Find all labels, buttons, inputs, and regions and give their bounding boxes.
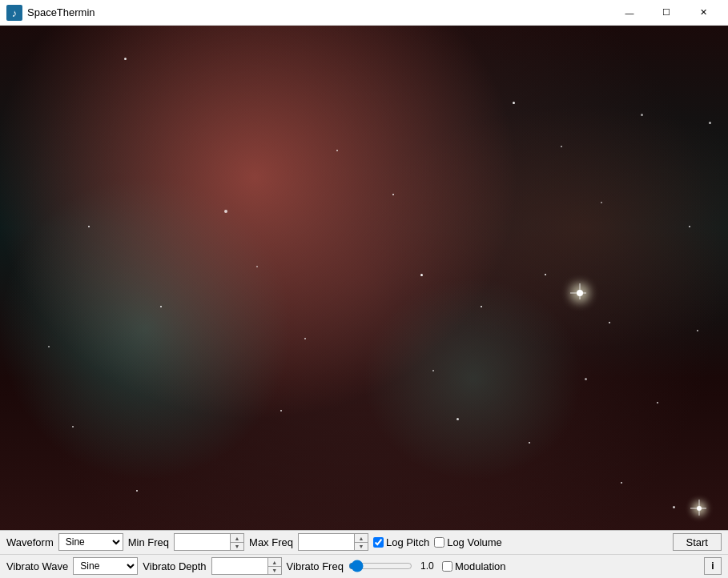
star [392, 194, 394, 195]
max-freq-spinner: 2000 ▲ ▼ [298, 533, 368, 551]
bright-star [577, 290, 583, 296]
max-freq-spinner-btns: ▲ ▼ [354, 533, 368, 551]
star [689, 226, 690, 227]
vibrato-depth-down[interactable]: ▼ [268, 566, 281, 575]
titlebar-left: ♪ SpaceThermin [6, 5, 95, 21]
nebula-background [0, 26, 728, 530]
star [601, 202, 602, 203]
titlebar: ♪ SpaceThermin — ☐ ✕ [0, 0, 728, 26]
info-button[interactable]: i [704, 557, 722, 575]
controls-row1: Waveform Sine Square Triangle Sawtooth M… [0, 531, 728, 555]
start-button[interactable]: Start [673, 533, 722, 551]
star [432, 370, 434, 371]
min-freq-down[interactable]: ▼ [231, 542, 243, 551]
star [280, 410, 282, 411]
titlebar-controls: — ☐ ✕ [611, 0, 722, 26]
log-volume-group: Log Volume [434, 536, 502, 548]
modulation-label[interactable]: Modulation [455, 560, 506, 572]
min-freq-spinner-btns: ▲ ▼ [230, 533, 244, 551]
vibrato-wave-label: Vibrato Wave [6, 560, 68, 572]
app-icon: ♪ [6, 5, 22, 21]
modulation-value: 1.0 [417, 560, 437, 572]
max-freq-input[interactable]: 2000 [298, 533, 354, 551]
bright-star [697, 506, 702, 511]
vibrato-wave-select[interactable]: Sine Square Triangle Sawtooth [73, 557, 138, 575]
star [420, 274, 423, 276]
waveform-select[interactable]: Sine Square Triangle Sawtooth [58, 533, 123, 551]
star [256, 266, 258, 267]
star [545, 274, 546, 275]
log-pitch-label[interactable]: Log Pitch [386, 536, 429, 548]
min-freq-spinner: 30 ▲ ▼ [174, 533, 244, 551]
vibrato-depth-up[interactable]: ▲ [268, 558, 281, 566]
min-freq-up[interactable]: ▲ [231, 534, 243, 542]
maximize-button[interactable]: ☐ [648, 0, 685, 26]
controls-area: Waveform Sine Square Triangle Sawtooth M… [0, 530, 728, 578]
star [513, 102, 515, 104]
star [88, 226, 90, 227]
controls-row2: Vibrato Wave Sine Square Triangle Sawtoo… [0, 555, 728, 578]
log-pitch-checkbox[interactable] [373, 537, 384, 548]
close-button[interactable]: ✕ [685, 0, 722, 26]
min-freq-input[interactable]: 30 [174, 533, 230, 551]
log-volume-checkbox[interactable] [434, 537, 444, 548]
log-volume-label[interactable]: Log Volume [447, 536, 502, 548]
star [224, 210, 227, 213]
vibrato-depth-input[interactable]: 0 [211, 557, 267, 575]
vibrato-depth-spinner-btns: ▲ ▼ [267, 557, 282, 575]
star [673, 506, 675, 508]
star [160, 306, 162, 307]
main-content[interactable] [0, 26, 728, 530]
vibrato-depth-label: Vibrato Depth [143, 560, 206, 572]
log-pitch-group: Log Pitch [373, 536, 429, 548]
svg-text:♪: ♪ [12, 7, 18, 19]
max-freq-down[interactable]: ▼ [355, 542, 368, 551]
star [697, 330, 698, 331]
vibrato-depth-spinner: 0 ▲ ▼ [211, 557, 282, 575]
star [621, 482, 622, 484]
titlebar-title: SpaceThermin [27, 6, 95, 18]
waveform-label: Waveform [6, 536, 54, 548]
star [481, 306, 482, 307]
max-freq-label: Max Freq [249, 536, 293, 548]
max-freq-up[interactable]: ▲ [355, 534, 368, 542]
vibrato-freq-slider[interactable] [348, 557, 412, 575]
star [457, 418, 459, 420]
star [709, 122, 711, 124]
star [561, 146, 562, 147]
star [641, 114, 643, 116]
star [585, 378, 587, 380]
modulation-group: Modulation [442, 560, 506, 572]
modulation-checkbox[interactable] [442, 561, 452, 572]
star [124, 58, 127, 60]
star [72, 426, 74, 427]
minimize-button[interactable]: — [611, 0, 648, 26]
vibrato-freq-label: Vibrato Freq [287, 560, 344, 572]
min-freq-label: Min Freq [128, 536, 169, 548]
